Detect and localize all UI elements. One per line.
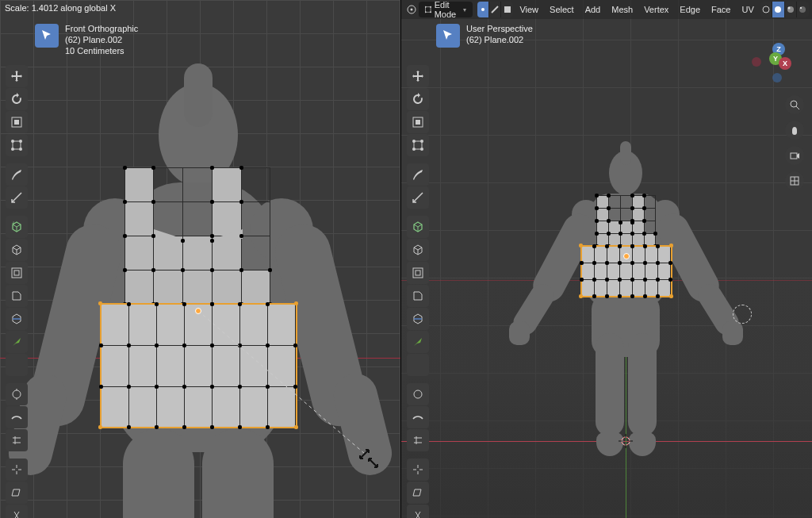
- menu-uv[interactable]: UV: [737, 2, 759, 17]
- spin-tool[interactable]: [6, 383, 28, 405]
- svg-point-23: [775, 6, 781, 13]
- vertex-select-mode[interactable]: [477, 2, 489, 17]
- knife-tool[interactable]: [6, 331, 28, 353]
- inset-tool[interactable]: [6, 262, 28, 284]
- svg-point-32: [420, 140, 423, 143]
- transform-tool[interactable]: [6, 134, 28, 156]
- measure-tool[interactable]: [407, 186, 429, 209]
- menu-add[interactable]: Add: [580, 2, 606, 17]
- knife-tool[interactable]: [407, 331, 429, 353]
- polybuild-tool[interactable]: [407, 354, 429, 376]
- editor-type-icon[interactable]: [406, 4, 417, 15]
- rip-tool[interactable]: [407, 505, 429, 518]
- cursor-3d-icon: [619, 434, 633, 448]
- mode-selector[interactable]: Edit Mode ▾: [419, 2, 473, 17]
- svg-point-4: [11, 140, 14, 143]
- shrink-tool[interactable]: [6, 459, 28, 481]
- shading-mode-group: [760, 2, 809, 17]
- annotate-tool[interactable]: [407, 163, 429, 186]
- cursor-tool-active[interactable]: [436, 24, 460, 48]
- origin-dot: [195, 308, 201, 314]
- chevron-down-icon: ▾: [463, 6, 466, 13]
- svg-rect-10: [14, 271, 19, 275]
- bevel-tool[interactable]: [6, 285, 28, 307]
- shading-wireframe[interactable]: [760, 2, 772, 17]
- svg-point-5: [19, 140, 22, 143]
- svg-rect-14: [426, 7, 431, 12]
- edge-select-mode[interactable]: [489, 2, 501, 17]
- polybuild-tool[interactable]: [6, 354, 28, 376]
- edgeslide-tool[interactable]: [407, 429, 429, 451]
- loopcut-tool[interactable]: [407, 308, 429, 330]
- shading-solid[interactable]: [772, 2, 784, 17]
- measure-tool[interactable]: [6, 186, 28, 209]
- shading-rendered[interactable]: [797, 2, 809, 17]
- toolbar: [407, 65, 429, 518]
- svg-rect-3: [13, 141, 21, 149]
- mesh-selected-block[interactable]: [101, 304, 296, 428]
- add-cube-tool[interactable]: [407, 216, 429, 238]
- gizmo-neg-z[interactable]: [772, 73, 782, 82]
- transform-tool[interactable]: [407, 134, 429, 156]
- menu-mesh[interactable]: Mesh: [607, 2, 638, 17]
- menu-edge[interactable]: Edge: [675, 2, 705, 17]
- svg-point-37: [414, 390, 422, 398]
- smooth-tool[interactable]: [407, 406, 429, 428]
- svg-point-22: [763, 6, 769, 13]
- edgeslide-tool[interactable]: [6, 429, 28, 451]
- gizmo-x[interactable]: X: [779, 57, 791, 70]
- svg-text:+: +: [12, 221, 15, 226]
- svg-point-17: [425, 11, 427, 13]
- svg-line-39: [796, 106, 799, 109]
- spin-tool[interactable]: [407, 383, 429, 405]
- edit-mode-icon: [425, 5, 431, 14]
- mesh-plane[interactable]: [124, 167, 270, 305]
- shear-tool[interactable]: [6, 482, 28, 504]
- extrude-tool[interactable]: [6, 239, 28, 261]
- face-select-mode[interactable]: [501, 2, 513, 17]
- svg-point-33: [412, 148, 416, 151]
- gizmo-neg-x[interactable]: [752, 57, 761, 67]
- annotate-tool[interactable]: [6, 163, 28, 186]
- mesh-plane[interactable]: [596, 195, 656, 247]
- svg-point-18: [430, 11, 431, 13]
- grid-units: 10 Centimeters: [65, 46, 138, 56]
- inset-tool[interactable]: [407, 262, 429, 284]
- svg-point-25: [787, 7, 790, 10]
- menu-face[interactable]: Face: [707, 2, 735, 17]
- cursor-tool-active[interactable]: [35, 24, 59, 48]
- menu-select[interactable]: Select: [545, 2, 579, 17]
- empty-object[interactable]: [733, 305, 752, 324]
- svg-rect-2: [14, 120, 19, 125]
- shear-tool[interactable]: [407, 482, 429, 504]
- menu-view[interactable]: View: [515, 2, 543, 17]
- shrink-tool[interactable]: [407, 459, 429, 481]
- extrude-tool[interactable]: [407, 239, 429, 261]
- scale-tool[interactable]: [6, 111, 28, 133]
- move-tool[interactable]: [6, 65, 28, 87]
- svg-point-6: [11, 148, 14, 151]
- move-tool[interactable]: [407, 65, 429, 87]
- perspective-toggle-icon[interactable]: [785, 171, 804, 190]
- bevel-tool[interactable]: [407, 285, 429, 307]
- svg-point-38: [791, 101, 797, 107]
- view-name: Front Orthographic: [65, 24, 138, 33]
- zoom-icon[interactable]: [785, 95, 804, 114]
- rip-tool[interactable]: [6, 505, 28, 518]
- svg-rect-9: [12, 268, 21, 278]
- menu-vertex[interactable]: Vertex: [639, 2, 673, 17]
- viewport-info: Front Orthographic (62) Plane.002 10 Cen…: [35, 24, 138, 56]
- toolbar: +: [6, 65, 28, 518]
- svg-rect-30: [414, 141, 422, 149]
- smooth-tool[interactable]: [6, 406, 28, 428]
- camera-icon[interactable]: [785, 146, 804, 165]
- pan-icon[interactable]: [785, 121, 804, 140]
- shading-matprev[interactable]: [785, 2, 797, 17]
- svg-rect-40: [791, 153, 797, 159]
- scale-tool[interactable]: [407, 111, 429, 133]
- add-cube-tool[interactable]: +: [6, 216, 28, 238]
- rotate-tool[interactable]: [6, 88, 28, 110]
- loopcut-tool[interactable]: [6, 308, 28, 330]
- axis-gizmo[interactable]: Z Y X: [752, 40, 799, 87]
- rotate-tool[interactable]: [407, 88, 429, 110]
